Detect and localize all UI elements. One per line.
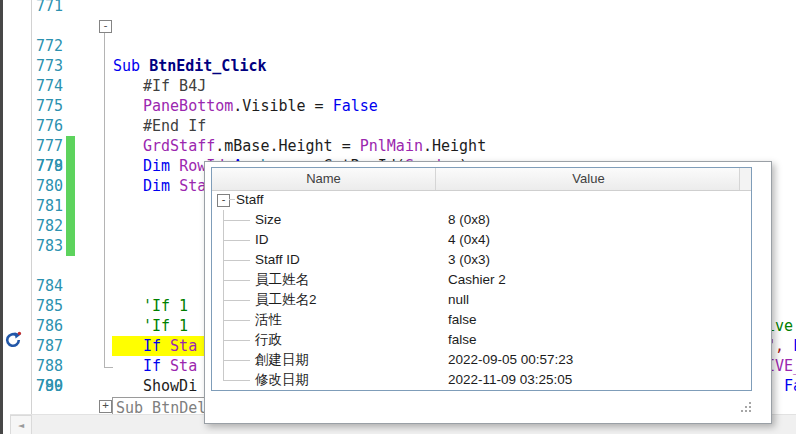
- line-number: 782: [36, 216, 63, 236]
- watch-field-value: 4 (0x4): [448, 230, 490, 250]
- watch-root-row[interactable]: - Staff: [212, 190, 749, 210]
- code-line: 771: [0, 0, 796, 16]
- code-line: 773 #If B4J: [0, 36, 796, 56]
- line-number: 779: [36, 156, 63, 176]
- line-number: 781: [36, 196, 63, 216]
- watch-field-name: 活性: [255, 310, 282, 330]
- ide-editor[interactable]: { "colors": { "keyword": "#0000f0", "sub…: [0, 0, 796, 434]
- vertical-scrollbar-stub[interactable]: [739, 168, 751, 190]
- tree-branch-line: [229, 199, 235, 200]
- watch-field-value: 2022-11-09 03:25:05: [448, 370, 572, 390]
- watch-field-value: null: [448, 290, 469, 310]
- line-number: 771: [36, 0, 63, 16]
- watch-field-name: 員工姓名2: [255, 290, 317, 310]
- code-line: 774 PaneBottom.Visible = False: [0, 56, 796, 76]
- code-line: 775 #End If: [0, 76, 796, 96]
- watch-field-value: Cashier 2: [448, 270, 506, 290]
- fold-expand-icon[interactable]: +: [99, 400, 112, 413]
- watch-tree-table[interactable]: Name Value - Staff Size 8 (0x8) ID 4 (0x…: [211, 167, 752, 391]
- watch-row[interactable]: Size 8 (0x8): [212, 210, 749, 230]
- variable-watch-popup: Name Value - Staff Size 8 (0x8) ID 4 (0x…: [204, 161, 772, 424]
- code-line: 778 Dim Staff As Map = GrdStaff.GetRow(R…: [0, 136, 796, 156]
- line-number: 783: [36, 236, 63, 256]
- watch-row[interactable]: 修改日期 2022-11-09 03:25:05: [212, 370, 749, 390]
- column-header-name[interactable]: Name: [212, 168, 435, 190]
- code-line: 776 GrdStaff.mBase.Height = PnlMain.Heig…: [0, 96, 796, 116]
- watch-row[interactable]: ID 4 (0x4): [212, 230, 749, 250]
- watch-field-value: 3 (0x3): [448, 250, 490, 270]
- fold-collapse-icon[interactable]: -: [99, 20, 112, 33]
- tree-collapse-icon[interactable]: -: [217, 194, 230, 207]
- watch-row[interactable]: 行政 false: [212, 330, 749, 350]
- code-line: 772 Sub BtnEdit_Click: [0, 16, 796, 36]
- watch-field-value: false: [448, 330, 477, 350]
- watch-field-name: ID: [255, 230, 269, 250]
- resize-grip[interactable]: [741, 402, 743, 404]
- watch-root-label: Staff: [236, 190, 264, 210]
- line-number: 780: [36, 176, 63, 196]
- watch-row[interactable]: 活性 false: [212, 310, 749, 330]
- watch-row[interactable]: 員工姓名2 null: [212, 290, 749, 310]
- watch-row[interactable]: 創建日期 2022-09-05 00:57:23: [212, 350, 749, 370]
- watch-field-name: 創建日期: [255, 350, 309, 370]
- line-number: 790: [36, 376, 63, 396]
- watch-field-name: 修改日期: [255, 370, 309, 390]
- watch-field-name: Size: [255, 210, 281, 230]
- watch-row[interactable]: 員工姓名 Cashier 2: [212, 270, 749, 290]
- watch-field-name: 員工姓名: [255, 270, 309, 290]
- watch-table-header: Name Value: [212, 168, 751, 191]
- watch-field-name: 行政: [255, 330, 282, 350]
- watch-row[interactable]: Staff ID 3 (0x3): [212, 250, 749, 270]
- code-line: 777 Dim RowId As Long = GetRowId(Sender): [0, 116, 796, 136]
- watch-field-value: false: [448, 310, 477, 330]
- watch-field-value: 8 (0x8): [448, 210, 490, 230]
- scroll-left-button[interactable]: ◄: [10, 415, 32, 434]
- column-header-value[interactable]: Value: [435, 168, 741, 190]
- watch-field-name: Staff ID: [255, 250, 300, 270]
- watch-field-value: 2022-09-05 00:57:23: [448, 350, 573, 370]
